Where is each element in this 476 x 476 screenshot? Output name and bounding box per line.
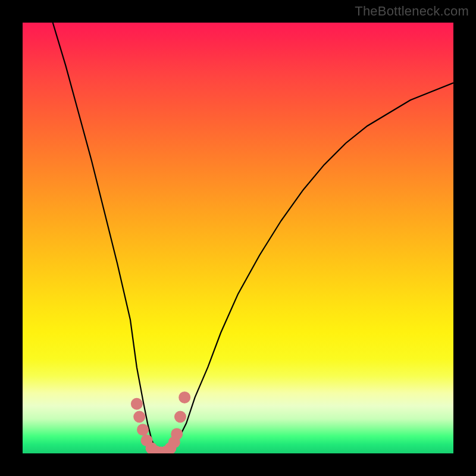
bottom-markers-group <box>131 392 190 453</box>
bottleneck-curve <box>53 23 453 453</box>
marker-dot <box>171 428 183 440</box>
marker-dot <box>178 392 190 403</box>
marker-dot <box>174 411 186 422</box>
chart-frame: TheBottleneck.com <box>0 0 476 476</box>
plot-area <box>23 23 453 453</box>
chart-svg <box>23 23 453 453</box>
marker-dot <box>133 411 145 422</box>
marker-dot <box>137 424 149 436</box>
watermark-text: TheBottleneck.com <box>355 4 469 19</box>
marker-dot <box>131 398 143 410</box>
